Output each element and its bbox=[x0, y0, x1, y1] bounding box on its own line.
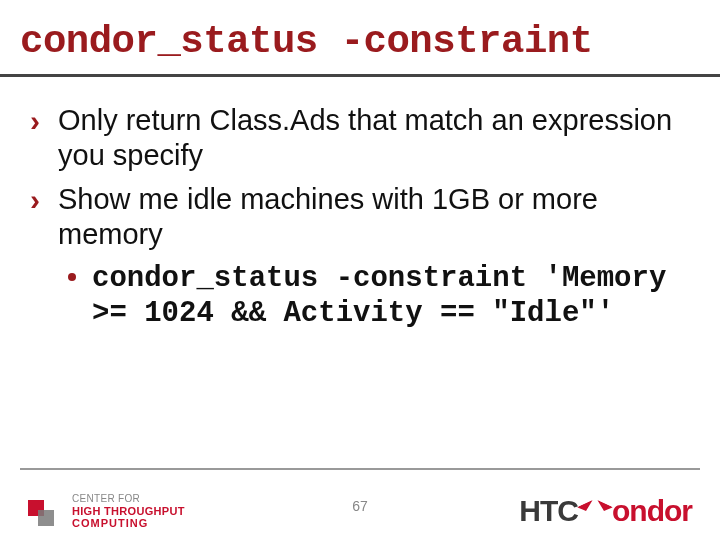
htcondor-logo-part2: ondor bbox=[612, 494, 692, 528]
logo-line: COMPUTING bbox=[72, 517, 185, 530]
htcondor-logo: HTC ondor bbox=[519, 494, 692, 528]
bird-icon bbox=[580, 503, 610, 519]
footer: 67 CENTER FOR HIGH THROUGHPUT COMPUTING … bbox=[0, 468, 720, 540]
logo-line: CENTER FOR bbox=[72, 493, 185, 505]
slide-title: condor_status -constraint bbox=[0, 0, 720, 70]
chtc-logo-icon bbox=[28, 494, 64, 530]
bullet-item: Only return Class.Ads that match an expr… bbox=[58, 103, 680, 174]
slide-body: Only return Class.Ads that match an expr… bbox=[0, 77, 720, 331]
code-example: condor_status -constraint 'Memory >= 102… bbox=[92, 261, 680, 332]
page-number: 67 bbox=[352, 498, 368, 514]
bullet-item: Show me idle machines with 1GB or more m… bbox=[58, 182, 680, 253]
slide: condor_status -constraint Only return Cl… bbox=[0, 0, 720, 540]
chtc-logo-text: CENTER FOR HIGH THROUGHPUT COMPUTING bbox=[72, 493, 185, 530]
footer-rule bbox=[20, 468, 700, 470]
logo-line: HIGH THROUGHPUT bbox=[72, 505, 185, 518]
htcondor-logo-part1: HTC bbox=[519, 494, 578, 528]
chtc-logo: CENTER FOR HIGH THROUGHPUT COMPUTING bbox=[28, 493, 185, 530]
